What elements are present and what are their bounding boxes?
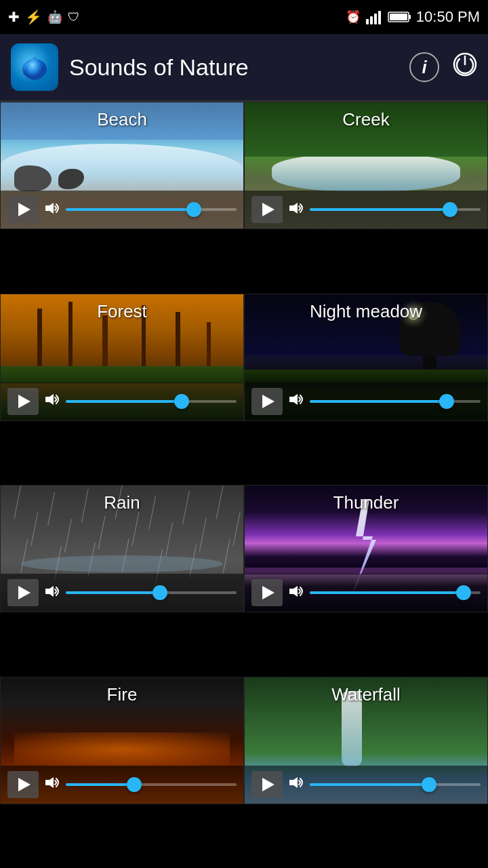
rain-play-icon bbox=[18, 586, 30, 599]
forest-controls bbox=[1, 382, 243, 420]
forest-volume-icon bbox=[44, 393, 60, 410]
rain-volume-icon bbox=[44, 585, 60, 601]
svg-marker-9 bbox=[45, 203, 54, 214]
beach-volume-icon bbox=[44, 201, 60, 218]
rain-play-button[interactable] bbox=[7, 579, 39, 606]
svg-line-20 bbox=[31, 513, 38, 546]
fire-play-icon bbox=[18, 778, 30, 791]
beach-label: Beach bbox=[1, 109, 243, 130]
svg-marker-34 bbox=[45, 586, 54, 597]
creek-water bbox=[272, 154, 460, 191]
svg-line-26 bbox=[233, 513, 240, 546]
forest-slider-fill bbox=[66, 400, 182, 403]
rain-slider-thumb bbox=[152, 585, 167, 600]
beach-play-icon bbox=[18, 203, 30, 216]
power-icon bbox=[453, 52, 477, 77]
svg-line-22 bbox=[98, 516, 105, 549]
waterfall-volume-slider[interactable] bbox=[310, 783, 481, 786]
svg-rect-0 bbox=[366, 19, 369, 24]
fire-label: Fire bbox=[1, 684, 243, 705]
thunder-slider-thumb bbox=[456, 585, 471, 600]
fire-controls bbox=[1, 766, 243, 804]
svg-line-27 bbox=[21, 539, 28, 572]
signal-icon bbox=[365, 9, 384, 24]
night-meadow-play-icon bbox=[262, 395, 274, 408]
svg-rect-1 bbox=[370, 16, 373, 24]
meadow-ground bbox=[245, 370, 487, 383]
thunder-play-button[interactable] bbox=[251, 579, 283, 606]
forest-floor bbox=[1, 366, 243, 383]
svg-marker-38 bbox=[289, 777, 298, 788]
fire-slider-fill bbox=[66, 783, 134, 786]
night-meadow-label: Night meadow bbox=[245, 301, 487, 322]
beach-rock1 bbox=[14, 165, 52, 191]
fire-play-button[interactable] bbox=[7, 771, 39, 798]
svg-marker-37 bbox=[45, 777, 54, 788]
app-title: Sounds of Nature bbox=[69, 54, 409, 81]
rain-volume-slider[interactable] bbox=[66, 591, 237, 594]
creek-play-icon bbox=[262, 203, 274, 216]
beach-slider-thumb bbox=[186, 202, 201, 217]
night-meadow-volume-icon bbox=[288, 393, 304, 410]
alarm-icon: ⏰ bbox=[346, 9, 361, 24]
svg-rect-5 bbox=[409, 15, 411, 19]
svg-line-21 bbox=[64, 519, 71, 552]
creek-volume-icon bbox=[288, 201, 304, 218]
night-meadow-slider-fill bbox=[310, 400, 447, 403]
night-meadow-volume-slider[interactable] bbox=[310, 400, 481, 403]
fire-cell[interactable]: Fire bbox=[0, 677, 244, 804]
power-button[interactable] bbox=[453, 52, 477, 82]
svg-marker-11 bbox=[45, 394, 54, 405]
beach-cell[interactable]: Beach bbox=[0, 102, 244, 229]
time: 10:50 PM bbox=[416, 8, 480, 26]
svg-line-25 bbox=[199, 517, 206, 551]
rain-controls bbox=[1, 574, 243, 612]
thunder-volume-icon bbox=[288, 585, 304, 601]
creek-cell[interactable]: Creek bbox=[244, 102, 488, 229]
svg-rect-2 bbox=[374, 14, 377, 24]
forest-play-button[interactable] bbox=[7, 388, 39, 415]
rain-cell[interactable]: Rain bbox=[0, 485, 244, 612]
beach-volume-slider[interactable] bbox=[66, 208, 237, 211]
creek-controls bbox=[245, 191, 487, 229]
thunder-play-icon bbox=[262, 586, 274, 599]
night-meadow-cell[interactable]: Night meadow bbox=[244, 294, 488, 421]
status-right-icons: ⏰ 10:50 PM bbox=[346, 8, 480, 26]
thunder-volume-slider[interactable] bbox=[310, 591, 481, 594]
forest-label: Forest bbox=[1, 301, 243, 322]
status-bar: ✚ ⚡ 🤖 🛡 ⏰ 10:50 PM bbox=[0, 0, 488, 34]
svg-line-23 bbox=[132, 513, 139, 546]
creek-volume-slider[interactable] bbox=[310, 208, 481, 211]
app-header: Sounds of Nature i bbox=[0, 34, 488, 102]
waterfall-play-icon bbox=[262, 778, 274, 791]
usb-icon: ⚡ bbox=[25, 9, 42, 25]
night-meadow-play-button[interactable] bbox=[251, 388, 283, 415]
waterfall-play-button[interactable] bbox=[251, 771, 283, 798]
creek-play-button[interactable] bbox=[251, 196, 283, 223]
app-icon bbox=[11, 43, 58, 91]
svg-line-24 bbox=[166, 522, 173, 555]
beach-play-button[interactable] bbox=[7, 196, 39, 223]
waterfall-cell[interactable]: Waterfall bbox=[244, 677, 488, 804]
header-actions: i bbox=[409, 52, 477, 82]
fire-slider-thumb bbox=[127, 777, 142, 792]
fire-glow bbox=[14, 732, 230, 766]
waterfall-label: Waterfall bbox=[245, 684, 487, 705]
night-meadow-controls bbox=[245, 382, 487, 420]
rain-slider-fill bbox=[66, 591, 160, 594]
android-icon: 🤖 bbox=[47, 9, 62, 24]
waterfall-controls bbox=[245, 766, 487, 804]
svg-marker-10 bbox=[289, 203, 298, 214]
waterfall-slider-fill bbox=[310, 783, 429, 786]
rain-label: Rain bbox=[1, 492, 243, 513]
waterfall-slider-thumb bbox=[422, 777, 436, 792]
forest-volume-slider[interactable] bbox=[66, 400, 237, 403]
beach-slider-fill bbox=[66, 208, 194, 211]
shield-icon: 🛡 bbox=[68, 10, 80, 24]
beach-controls bbox=[1, 191, 243, 229]
forest-cell[interactable]: Forest bbox=[0, 294, 244, 421]
svg-line-33 bbox=[223, 539, 230, 572]
fire-volume-slider[interactable] bbox=[66, 783, 237, 786]
info-button[interactable]: i bbox=[409, 52, 439, 82]
thunder-cell[interactable]: Thunder bbox=[244, 485, 488, 612]
